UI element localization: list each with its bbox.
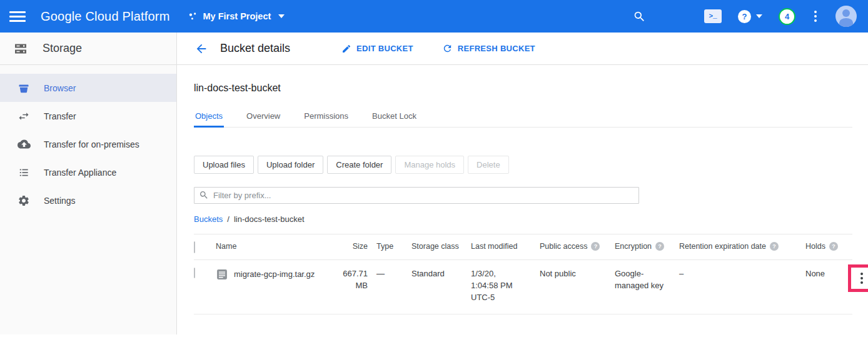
project-icon <box>188 11 198 22</box>
sidebar-item-label: Transfer for on-premises <box>44 139 139 149</box>
gcp-console: Google Cloud Platform My First Project >… <box>0 0 868 362</box>
create-folder-button[interactable]: Create folder <box>327 156 391 174</box>
object-name-link[interactable]: migrate-gcp-img.tar.gz <box>234 269 315 281</box>
objects-table-header: Name Size Type Storage class Last modifi… <box>194 234 852 260</box>
refresh-icon <box>442 43 453 54</box>
help-icon[interactable]: ? <box>591 242 600 251</box>
breadcrumb-buckets-link[interactable]: Buckets <box>194 214 223 224</box>
tab-overview[interactable]: Overview <box>245 108 281 127</box>
product-logo: Google Cloud Platform <box>41 9 170 24</box>
column-header-size[interactable]: Size <box>338 242 368 251</box>
annotation-highlight-box <box>848 264 868 292</box>
bucket-icon <box>17 81 31 95</box>
delete-button[interactable]: Delete <box>468 156 509 174</box>
sidebar-item-label: Transfer <box>44 111 76 121</box>
upload-files-button[interactable]: Upload files <box>194 156 254 174</box>
sidebar-item-label: Settings <box>44 196 76 206</box>
chevron-down-icon <box>278 14 285 18</box>
sidebar-item-transfer[interactable]: Transfer <box>0 102 176 130</box>
sidebar-item-transfer-on-premises[interactable]: Transfer for on-premises <box>0 130 176 158</box>
row-actions-cell <box>840 268 852 296</box>
chevron-down-icon <box>756 14 762 18</box>
column-header-holds[interactable]: Holds ? <box>805 242 840 251</box>
last-modified-cell: 1/3/20, 1:04:58 PM UTC-5 <box>471 268 540 304</box>
bucket-name: lin-docs-test-bucket <box>194 83 852 94</box>
size-cell: 667.71 MB <box>338 268 368 292</box>
breadcrumb-current: lin-docs-test-bucket <box>234 214 305 224</box>
topbar-actions: >_ ? 4 <box>632 6 857 27</box>
sidebar-item-transfer-appliance[interactable]: Transfer Appliance <box>0 158 176 186</box>
select-all-checkbox[interactable] <box>194 241 195 253</box>
tab-permissions[interactable]: Permissions <box>303 108 350 127</box>
project-name: My First Project <box>203 11 271 21</box>
sidebar-item-settings[interactable]: Settings <box>0 186 176 214</box>
column-header-last-modified[interactable]: Last modified <box>471 242 540 251</box>
section-header: Storage Bucket details EDIT BUCKET REFRE… <box>0 33 868 65</box>
encryption-cell: Google-managed key <box>615 268 679 292</box>
manage-holds-button[interactable]: Manage holds <box>395 156 464 174</box>
filter-bar <box>194 187 639 204</box>
holds-cell: None <box>805 268 840 280</box>
breadcrumb-separator: / <box>227 214 230 224</box>
sidebar-nav: Browser Transfer Transfer for on-premise… <box>0 65 177 334</box>
edit-bucket-button[interactable]: EDIT BUCKET <box>341 44 413 54</box>
swap-horiz-icon <box>17 109 31 123</box>
help-icon[interactable]: ? <box>655 242 664 251</box>
notifications-badge[interactable]: 4 <box>779 8 795 25</box>
row-actions-menu-icon[interactable] <box>858 270 865 286</box>
page-header: Bucket details EDIT BUCKET REFRESH BUCKE… <box>177 33 868 64</box>
help-icon[interactable]: ? <box>829 242 838 251</box>
sidebar-item-label: Browser <box>44 83 76 93</box>
cloud-shell-icon[interactable]: >_ <box>704 9 722 23</box>
tab-objects[interactable]: Objects <box>194 108 224 127</box>
gear-icon <box>17 194 31 208</box>
refresh-bucket-button[interactable]: REFRESH BUCKET <box>442 43 535 54</box>
column-header-encryption[interactable]: Encryption ? <box>615 242 679 251</box>
sidebar-header: Storage <box>0 33 177 64</box>
tab-bucket-lock[interactable]: Bucket Lock <box>371 108 418 127</box>
upload-folder-button[interactable]: Upload folder <box>258 156 323 174</box>
object-toolbar: Upload files Upload folder Create folder… <box>194 156 852 174</box>
sidebar-item-label: Transfer Appliance <box>44 168 116 178</box>
type-cell: — <box>368 268 411 280</box>
page-title: Bucket details <box>220 42 290 55</box>
avatar[interactable] <box>835 6 857 27</box>
storage-class-cell: Standard <box>411 268 471 280</box>
object-name-cell: migrate-gcp-img.tar.gz <box>216 268 338 281</box>
breadcrumb: Buckets / lin-docs-test-bucket <box>194 214 852 224</box>
back-arrow-icon[interactable] <box>194 41 209 56</box>
column-header-storage-class[interactable]: Storage class <box>411 242 471 251</box>
column-header-name[interactable]: Name <box>216 242 338 251</box>
search-icon[interactable] <box>632 9 647 24</box>
bucket-tabs: Objects Overview Permissions Bucket Lock <box>194 108 852 128</box>
main-content: lin-docs-test-bucket Objects Overview Pe… <box>177 65 868 334</box>
filter-by-prefix-input[interactable] <box>194 187 639 204</box>
more-options-icon[interactable] <box>812 8 819 24</box>
column-header-public-access[interactable]: Public access ? <box>540 242 615 251</box>
sidebar-title: Storage <box>43 42 82 55</box>
table-row: migrate-gcp-img.tar.gz 667.71 MB — Stand… <box>194 260 852 314</box>
file-icon <box>216 268 228 281</box>
appliance-list-icon <box>17 166 31 179</box>
help-menu[interactable]: ? <box>738 10 762 23</box>
retention-expiration-cell: – <box>679 268 805 280</box>
storage-product-icon <box>13 41 29 56</box>
column-header-type[interactable]: Type <box>368 242 411 251</box>
row-checkbox[interactable] <box>194 268 195 278</box>
search-icon <box>199 190 209 200</box>
column-header-retention-expiration-date[interactable]: Retention expiration date ? <box>679 242 805 251</box>
pencil-icon <box>341 44 351 54</box>
help-icon[interactable]: ? <box>770 242 779 251</box>
sidebar-item-browser[interactable]: Browser <box>0 74 176 102</box>
help-icon: ? <box>738 10 751 23</box>
public-access-cell: Not public <box>540 268 615 280</box>
cloud-upload-icon <box>17 138 31 151</box>
menu-icon[interactable] <box>9 8 26 24</box>
project-picker[interactable]: My First Project <box>188 11 285 22</box>
top-navigation-bar: Google Cloud Platform My First Project >… <box>0 0 868 33</box>
